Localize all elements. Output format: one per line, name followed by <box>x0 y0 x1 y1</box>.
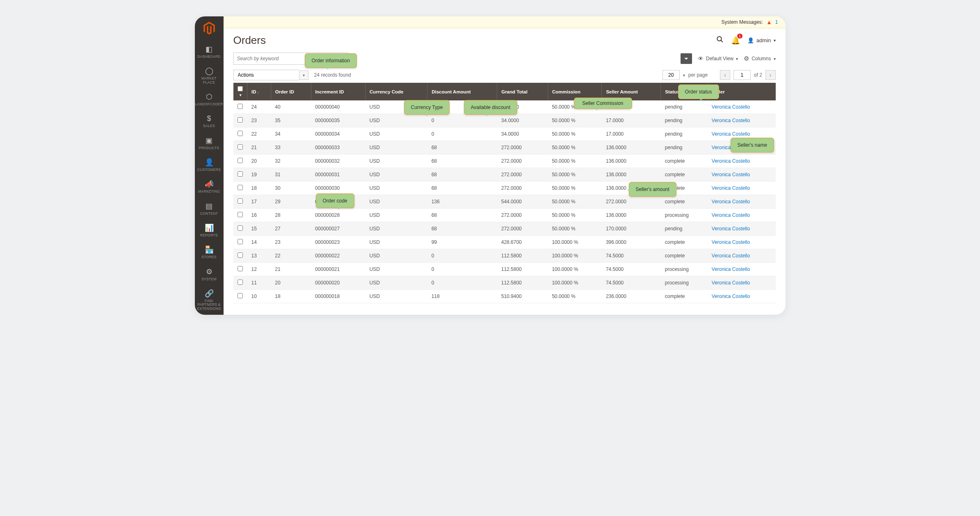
seller-link[interactable]: Veronica Costello <box>712 158 750 164</box>
cell-commission: 50.0000 % <box>548 155 601 168</box>
sidebar-item-marketing[interactable]: 📣MARKETING <box>195 176 225 198</box>
seller-link[interactable]: Veronica Costello <box>712 185 750 191</box>
sidebar-item-market-place[interactable]: ◯MARKET PLACE <box>195 63 225 89</box>
sidebar-item-customers[interactable]: 👤CUSTOMERS <box>195 154 225 176</box>
system-messages-bar: System Messages: ▲ 1 <box>224 16 786 28</box>
cell-seller-amount: 136.0000 <box>602 209 661 222</box>
cell-commission: 50.0000 % <box>548 141 601 155</box>
sidebar-item-find-partners-extensions[interactable]: 🔗FIND PARTNERS & EXTENSIONS <box>195 285 225 315</box>
search-input[interactable] <box>237 56 338 61</box>
select-all-checkbox[interactable] <box>238 86 243 91</box>
next-page-button[interactable]: › <box>765 70 776 80</box>
actions-select[interactable]: Actions <box>233 70 299 80</box>
user-menu[interactable]: 👤 admin ▾ <box>747 37 775 43</box>
nav-label: STORES <box>195 255 223 259</box>
system-messages-count[interactable]: 1 <box>775 19 778 25</box>
magento-logo[interactable] <box>202 21 216 35</box>
sidebar-item-system[interactable]: ⚙SYSTEM <box>195 264 225 285</box>
table-row: 2440000000040USD014.000050.0000 %7.0000p… <box>233 100 776 114</box>
cell-grand-total: 112.5800 <box>497 249 548 263</box>
seller-link[interactable]: Veronica Costello <box>712 253 750 259</box>
row-checkbox[interactable] <box>238 185 243 190</box>
col-status[interactable]: Status <box>661 83 708 100</box>
seller-link[interactable]: Veronica Costello <box>712 239 750 245</box>
columns-dropdown[interactable]: ⚙ Columns ▾ <box>744 55 775 62</box>
row-checkbox[interactable] <box>238 266 243 271</box>
seller-link[interactable]: Veronica Costello <box>712 212 750 218</box>
col-grand-total[interactable]: Grand Total <box>497 83 548 100</box>
seller-link[interactable]: Veronica Costello <box>712 118 750 123</box>
col-select[interactable]: ▾ <box>233 83 247 100</box>
sidebar-item-stores[interactable]: 🏪STORES <box>195 241 225 263</box>
row-checkbox[interactable] <box>238 198 243 204</box>
col-discount-amount[interactable]: Discount Amount <box>427 83 497 100</box>
cell-order-id: 34 <box>271 127 311 141</box>
cell-status: complete <box>661 155 708 168</box>
table-row: 1221000000021USD0112.5800100.0000 %74.50… <box>233 263 776 276</box>
prev-page-button[interactable]: ‹ <box>720 70 730 80</box>
row-checkbox[interactable] <box>238 239 243 244</box>
seller-link[interactable]: Veronica Costello <box>712 172 750 177</box>
filters-button[interactable]: ⏷ Filters <box>681 53 692 64</box>
cell-currency: USD <box>366 290 427 303</box>
sidebar-item-landofcoder[interactable]: ⬡LANDOFCODER <box>195 89 225 110</box>
cell-seller-amount: 17.0000 <box>602 114 661 127</box>
cell-discount: 68 <box>427 182 497 195</box>
sidebar-item-dashboard[interactable]: ◧DASHBOARD <box>195 41 225 63</box>
row-checkbox[interactable] <box>238 212 243 217</box>
col-currency-code[interactable]: Currency Code <box>366 83 427 100</box>
cell-order-id: 20 <box>271 276 311 290</box>
row-checkbox[interactable] <box>238 144 243 150</box>
per-page-input[interactable] <box>662 70 680 80</box>
cell-grand-total: 112.5800 <box>497 263 548 276</box>
cell-seller-amount: 136.0000 <box>602 182 661 195</box>
row-checkbox[interactable] <box>238 293 243 298</box>
search-submit-icon[interactable] <box>338 55 345 63</box>
col-seller-amount[interactable]: Seller Amount <box>602 83 661 100</box>
sidebar-item-products[interactable]: ▣PRODUCTS <box>195 132 225 154</box>
actions-dropdown[interactable]: Actions ▾ <box>233 70 308 80</box>
row-checkbox[interactable] <box>238 225 243 231</box>
chevron-down-icon: ▾ <box>683 73 685 77</box>
table-row: 1729000000029USD136544.000050.0000 %272.… <box>233 195 776 209</box>
page-input[interactable] <box>733 70 751 80</box>
row-checkbox[interactable] <box>238 252 243 258</box>
sidebar-item-content[interactable]: ▤CONTENT <box>195 198 225 220</box>
row-checkbox[interactable] <box>238 158 243 163</box>
seller-link[interactable]: Veronica Costello <box>712 145 750 150</box>
seller-link[interactable]: Veronica Costello <box>712 226 750 232</box>
cell-status: complete <box>661 290 708 303</box>
row-checkbox[interactable] <box>238 117 243 123</box>
cell-order-id: 29 <box>271 195 311 209</box>
row-checkbox[interactable] <box>238 171 243 177</box>
cell-discount: 68 <box>427 168 497 182</box>
col-order-id[interactable]: Order ID <box>271 83 311 100</box>
svg-line-3 <box>342 59 344 60</box>
col-commission[interactable]: Commission <box>548 83 601 100</box>
sidebar-item-sales[interactable]: $SALES <box>195 110 225 132</box>
row-checkbox[interactable] <box>238 104 243 109</box>
col-id[interactable]: ID <box>247 83 271 100</box>
seller-link[interactable]: Veronica Costello <box>712 293 750 299</box>
col-seller[interactable]: Seller <box>708 83 776 100</box>
nav-label: CONTENT <box>195 212 223 216</box>
notifications-icon[interactable]: 🔔1 <box>731 36 740 45</box>
table-row: 1830000000030USD68272.000050.0000 %136.0… <box>233 182 776 195</box>
search-icon[interactable] <box>716 36 724 45</box>
seller-link[interactable]: Veronica Costello <box>712 199 750 205</box>
cell-discount: 136 <box>427 195 497 209</box>
page-title: Orders <box>233 34 266 47</box>
row-checkbox[interactable] <box>238 131 243 136</box>
sidebar-item-reports[interactable]: 📊REPORTS <box>195 220 225 241</box>
cell-id: 20 <box>247 155 271 168</box>
cell-currency: USD <box>366 141 427 155</box>
cell-id: 12 <box>247 263 271 276</box>
default-view-dropdown[interactable]: 👁 Default View ▾ <box>698 55 738 62</box>
seller-link[interactable]: Veronica Costello <box>712 280 750 286</box>
row-checkbox[interactable] <box>238 280 243 285</box>
seller-link[interactable]: Veronica Costello <box>712 104 750 110</box>
seller-link[interactable]: Veronica Costello <box>712 131 750 137</box>
seller-link[interactable]: Veronica Costello <box>712 266 750 272</box>
col-increment-id[interactable]: Increment ID <box>311 83 365 100</box>
cell-id: 10 <box>247 290 271 303</box>
